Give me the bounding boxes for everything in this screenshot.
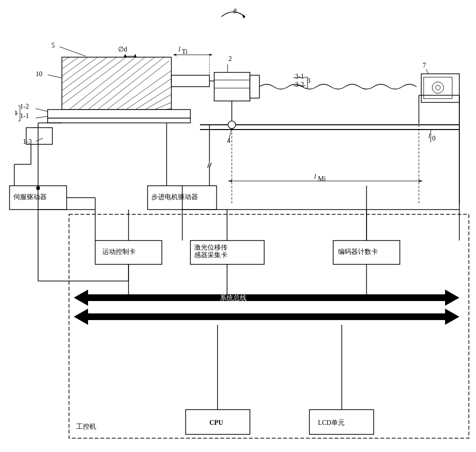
lcd-label: LCD单元 bbox=[318, 419, 345, 426]
ipc-label: 工控机 bbox=[76, 423, 96, 430]
lTi-label: l bbox=[178, 46, 180, 53]
lMi-sub: Mi bbox=[318, 175, 326, 182]
l0-sub: 0 bbox=[432, 135, 436, 142]
encoder-label: 编码器计数卡 bbox=[338, 248, 378, 255]
svg-point-56 bbox=[436, 85, 440, 90]
servo-driver-label: 伺服驱动器 bbox=[13, 193, 47, 201]
cpu-label: CPU bbox=[209, 419, 223, 426]
motion-control-label: 运动控制卡 bbox=[102, 248, 136, 255]
diagram-container: θ 5 10 ∅d l Ti 1 1-2 1-1 bbox=[0, 0, 476, 452]
label-4: 4 bbox=[227, 137, 230, 144]
label-1-3: 1-3 bbox=[23, 138, 32, 145]
label-2: 2 bbox=[228, 55, 232, 62]
label-5: 5 bbox=[51, 42, 55, 49]
label-10: 10 bbox=[36, 70, 42, 78]
l0-label: l bbox=[428, 132, 430, 140]
label-1-1: 1-1 bbox=[20, 112, 29, 120]
svg-point-61 bbox=[228, 121, 236, 129]
diameter-label: ∅d bbox=[118, 46, 127, 53]
laser-sensor-label: 激光位移传 bbox=[194, 244, 228, 251]
svg-rect-47 bbox=[214, 72, 250, 101]
lTi-sub: Ti bbox=[182, 48, 188, 55]
svg-rect-4 bbox=[62, 57, 171, 110]
svg-rect-23 bbox=[171, 75, 209, 87]
lMi-label: l bbox=[314, 173, 316, 180]
svg-point-109 bbox=[36, 186, 40, 190]
label-3-1: 3-1 bbox=[295, 73, 304, 80]
label-7: 7 bbox=[423, 62, 426, 69]
svg-rect-34 bbox=[48, 110, 190, 118]
laser-sensor-label2: 感器采集卡 bbox=[194, 251, 228, 259]
theta-label: θ bbox=[233, 8, 237, 15]
svg-rect-50 bbox=[250, 75, 259, 98]
system-bus-label: 系统总线 bbox=[220, 294, 247, 301]
stepper-driver-label: 步进电机驱动器 bbox=[151, 193, 198, 201]
label-1-2: 1-2 bbox=[20, 103, 29, 110]
svg-rect-35 bbox=[48, 118, 190, 123]
